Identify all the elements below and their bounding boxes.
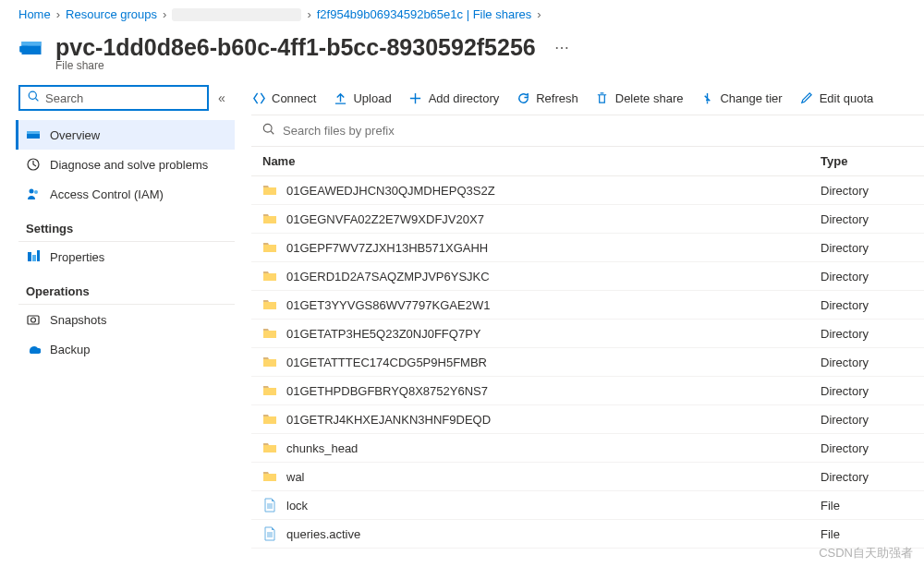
edit-icon [799,90,814,105]
row-name: 01GETRJ4KHXEJANKN3HNF9DEQD [286,413,821,427]
plus-icon [408,90,423,105]
svg-line-2 [36,99,39,102]
folder-icon [262,440,277,455]
sidebar-search-placeholder: Search [45,91,83,105]
table-row[interactable]: 01GETATP3HE5Q23Z0NJ0FFQ7PYDirectory [251,320,924,348]
row-name: lock [286,499,821,513]
chevron-right-icon: › [163,7,166,21]
table-row[interactable]: 01GERD1D2A7SAQZMPJVP6YSJKCDirectory [251,262,924,291]
sidebar-item-label: Diagnose and solve problems [50,158,208,172]
table-row[interactable]: 01GETRJ4KHXEJANKN3HNF9DEQDDirectory [251,405,924,434]
table-row[interactable]: 01GEPF7WV7ZJXH13HB571XGAHHDirectory [251,234,924,262]
properties-icon [26,249,41,264]
row-type: Directory [821,241,913,255]
table-row[interactable]: chunks_headDirectory [251,434,924,463]
chevron-right-icon: › [537,7,541,21]
folder-icon [262,355,277,369]
refresh-button[interactable]: Refresh [516,90,578,105]
sidebar-search[interactable]: Search [18,85,209,111]
page-subtitle: File share [0,59,924,85]
svg-point-11 [706,98,709,101]
breadcrumb: Home › Resource groups › › f2f954b9b0693… [0,0,924,29]
sidebar-item-label: Access Control (IAM) [50,187,164,201]
sidebar-item-backup[interactable]: Backup [18,334,235,364]
snapshots-icon [26,312,41,327]
col-header-name[interactable]: Name [262,154,821,168]
upload-icon [333,90,347,105]
row-name: 01GERD1D2A7SAQZMPJVP6YSJKC [286,270,821,284]
row-name: chunks_head [286,441,821,455]
breadcrumb-account[interactable]: f2f954b9b06934592b65e1c | File shares [317,7,532,21]
delete-share-button[interactable]: Delete share [595,90,684,105]
folder-icon [262,326,277,341]
sidebar-item-label: Snapshots [50,313,106,327]
change-tier-button[interactable]: Change tier [699,90,782,105]
svg-rect-8 [37,250,40,261]
svg-rect-9 [28,316,39,324]
backup-icon [26,342,41,356]
folder-icon [262,383,277,398]
row-type: Directory [821,356,913,369]
add-directory-button[interactable]: Add directory [408,90,500,105]
sidebar-item-overview[interactable]: Overview [16,120,235,150]
breadcrumb-redacted [172,8,301,21]
sidebar-section-operations: Operations [18,271,235,305]
svg-rect-6 [28,252,31,261]
watermark: CSDN自天助强者 [819,545,913,561]
table-row[interactable]: 01GEAWEDJHCN30QJMDHEPQ3S2ZDirectory [251,176,924,205]
svg-point-12 [263,124,272,132]
sidebar-item-diagnose[interactable]: Diagnose and solve problems [18,150,235,179]
row-name: 01GEAWEDJHCN30QJMDHEPQ3S2Z [286,184,821,198]
table-row[interactable]: 01GET3YYVGS86WV7797KGAE2W1Directory [251,291,924,320]
edit-quota-button[interactable]: Edit quota [799,90,874,105]
row-type: Directory [821,384,913,398]
row-type: File [821,527,913,541]
row-name: 01GET3YYVGS86WV7797KGAE2W1 [286,298,821,312]
row-name: 01GETHPDBGFBRYQ8X8752Y6NS7 [286,384,821,398]
file-search-input[interactable] [283,124,913,138]
table-header: Name Type [251,147,924,176]
delete-icon [595,90,610,105]
connect-button[interactable]: Connect [251,90,316,105]
breadcrumb-resource-groups[interactable]: Resource groups [66,7,157,21]
file-share-icon [18,35,44,61]
row-type: Directory [821,327,913,341]
sidebar-item-label: Properties [50,250,104,264]
sidebar-item-label: Overview [50,128,100,142]
sidebar-item-snapshots[interactable]: Snapshots [18,305,235,334]
chevron-right-icon: › [307,7,310,21]
folder-icon [262,412,277,427]
table-row[interactable]: 01GETHPDBGFBRYQ8X8752Y6NS7Directory [251,377,924,405]
iam-icon [26,187,41,201]
row-type: Directory [821,413,913,427]
row-type: File [821,499,913,513]
file-search-box[interactable] [251,115,924,147]
row-type: Directory [821,441,913,455]
search-icon [28,90,40,105]
svg-rect-0 [19,45,28,52]
more-menu-icon[interactable]: ⋯ [554,39,569,56]
sidebar-section-settings: Settings [18,209,235,242]
tier-icon [699,90,714,105]
svg-point-10 [31,318,36,322]
table-row[interactable]: walDirectory [251,463,924,491]
file-table: Name Type 01GEAWEDJHCN30QJMDHEPQ3S2ZDire… [251,147,924,549]
folder-icon [262,240,277,255]
sidebar-item-properties[interactable]: Properties [18,242,235,271]
file-icon [262,526,277,541]
row-name: 01GEPF7WV7ZJXH13HB571XGAHH [286,241,821,255]
upload-button[interactable]: Upload [333,90,391,105]
sidebar-item-iam[interactable]: Access Control (IAM) [18,179,235,209]
folder-icon [262,183,277,198]
row-name: 01GETATTTEC174CDG5P9H5FMBR [286,356,821,369]
sidebar: Search « Overview Diagnose and solve pro… [0,85,242,549]
folder-icon [262,469,277,484]
col-header-type[interactable]: Type [821,154,913,168]
table-row[interactable]: lockFile [251,491,924,520]
folder-icon [262,211,277,226]
table-row[interactable]: 01GEGNVFA02Z2E7W9XDFJV20X7Directory [251,205,924,234]
collapse-sidebar-icon[interactable]: « [218,90,225,105]
connect-icon [251,90,266,105]
table-row[interactable]: 01GETATTTEC174CDG5P9H5FMBRDirectory [251,348,924,377]
breadcrumb-home[interactable]: Home [18,7,51,21]
